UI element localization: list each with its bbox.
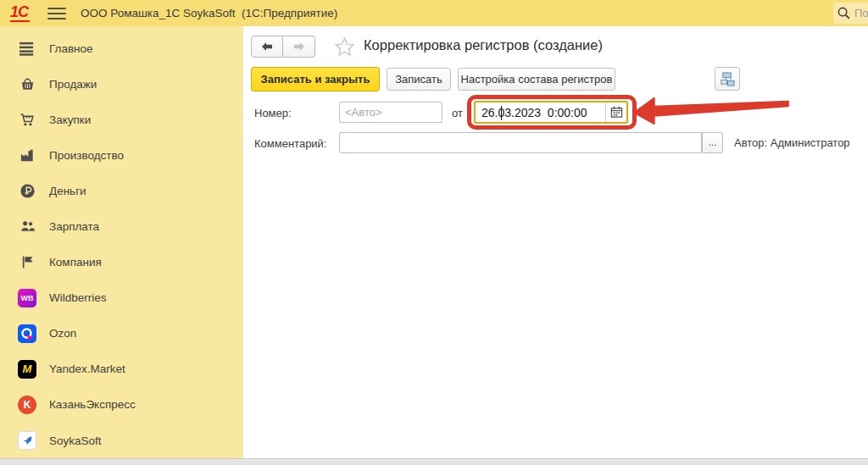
sidebar-item-zakupki[interactable]: Закупки: [0, 102, 242, 137]
text-caret: [501, 106, 502, 120]
sidebar-item-zarplata[interactable]: Зарплата: [0, 208, 242, 244]
kazanexpress-badge: K: [18, 396, 36, 414]
document-form: Корректировка регистров (создание) Запис…: [243, 26, 868, 458]
main-menu-icon: [17, 38, 37, 58]
comment-label: Комментарий:: [254, 137, 327, 150]
register-settings-button[interactable]: Настройка состава регистров: [458, 68, 615, 91]
page-title: Корректировка регистров (создание): [364, 37, 603, 53]
1c-logo: 1С: [10, 4, 30, 22]
yandex-market-badge: M: [18, 360, 36, 379]
sidebar-item-label: Производство: [49, 149, 124, 162]
kazanexpress-logo: K: [17, 395, 37, 415]
sidebar-item-kompaniya[interactable]: Компания: [0, 245, 242, 280]
sidebar-item-label: Wildberries: [49, 291, 107, 304]
number-label: Номер:: [254, 107, 292, 119]
yandex-market-logo: M: [17, 359, 37, 379]
top-bar: 1С ООО Ромашка_1С SoykaSoft (1С:Предприя…: [0, 0, 868, 26]
money-ruble-icon: [17, 180, 37, 201]
sidebar-item-label: SoykaSoft: [49, 435, 102, 447]
history-back-button[interactable]: [251, 36, 283, 58]
annotation-arrow: [633, 96, 790, 126]
section-sidebar: Главное Продажи Закупки Производство Ден: [0, 26, 243, 458]
save-button[interactable]: Записать: [387, 68, 451, 91]
comment-input[interactable]: [339, 132, 702, 153]
sidebar-item-label: Главное: [49, 42, 93, 55]
application-title: ООО Ромашка_1С SoykaSoft (1С:Предприятие…: [81, 7, 337, 19]
sales-basket-icon: [17, 74, 37, 94]
author-field: Автор: Администратор: [734, 136, 850, 149]
date-preposition-label: от: [452, 107, 463, 119]
global-search-input[interactable]: По: [833, 3, 868, 24]
sidebar-item-glavnoe[interactable]: Главное: [0, 30, 242, 66]
ozon-logo: [17, 324, 37, 344]
sidebar-item-label: Зарплата: [49, 220, 99, 233]
window-bottom-edge: [0, 458, 868, 465]
number-input[interactable]: [339, 102, 442, 123]
sidebar-item-label: КазаньЭкспресс: [49, 398, 136, 411]
sidebar-item-kazanexpress[interactable]: K КазаньЭкспресс: [0, 387, 242, 423]
calendar-picker-button[interactable]: [605, 102, 626, 122]
search-icon: [837, 6, 851, 20]
sidebar-item-proizvodstvo[interactable]: Производство: [0, 137, 242, 173]
soykasoft-logo: [17, 430, 37, 451]
sidebar-item-yandex-market[interactable]: M Yandex.Market: [0, 352, 242, 387]
register-structure-button[interactable]: [715, 67, 740, 91]
author-name: Администратор: [771, 136, 850, 149]
favorite-star-icon[interactable]: [333, 36, 356, 58]
hamburger-menu-icon[interactable]: [47, 8, 66, 22]
register-structure-icon: [720, 71, 736, 87]
history-forward-button[interactable]: [283, 36, 315, 58]
sidebar-item-label: Продажи: [49, 78, 97, 91]
sidebar-item-dengi[interactable]: Деньги: [0, 173, 242, 208]
search-placeholder-text: По: [854, 7, 868, 19]
sidebar-item-ozon[interactable]: Ozon: [0, 316, 242, 352]
author-label: Автор:: [734, 136, 767, 149]
sidebar-item-label: Компания: [49, 256, 102, 268]
sidebar-item-label: Yandex.Market: [49, 363, 125, 375]
date-input[interactable]: 26.03.2023 0:00:00: [474, 101, 628, 124]
salary-people-icon: [17, 217, 37, 237]
sidebar-item-soykasoft[interactable]: SoykaSoft: [0, 423, 242, 458]
purchases-cart-icon: [17, 109, 37, 130]
sidebar-item-label: Ozon: [49, 327, 76, 340]
sidebar-item-wildberries[interactable]: WB Wildberries: [0, 280, 242, 316]
sidebar-item-label: Закупки: [49, 113, 91, 126]
company-flag-icon: [17, 252, 37, 273]
1c-enterprise-window: 1С ООО Ромашка_1С SoykaSoft (1С:Предприя…: [0, 0, 868, 465]
comment-more-button[interactable]: ...: [702, 132, 723, 153]
sidebar-item-label: Деньги: [49, 185, 86, 197]
date-value: 26.03.2023 0:00:00: [476, 106, 605, 119]
production-factory-icon: [17, 145, 37, 165]
wildberries-logo: WB: [17, 288, 37, 308]
sidebar-item-prodazhi[interactable]: Продажи: [0, 66, 242, 102]
save-and-close-button[interactable]: Записать и закрыть: [251, 67, 380, 91]
wildberries-badge: WB: [18, 289, 36, 307]
